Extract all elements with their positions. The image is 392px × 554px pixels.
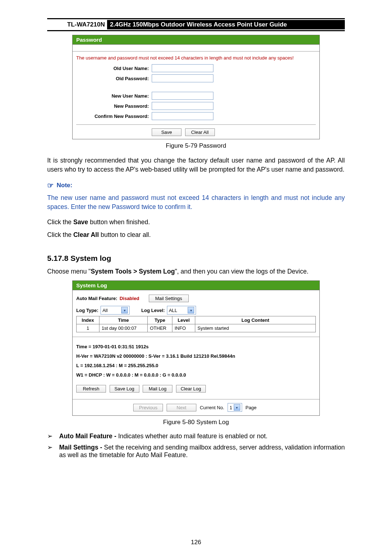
bullet2-bold: Mail Settings - [59,444,104,451]
chevron-down-icon: ▾ [188,307,194,313]
cell-content: System started [195,324,316,332]
click-clear-bold: Clear All [73,231,99,238]
confirm-password-input[interactable] [152,112,213,120]
log-level-value: ALL [169,308,177,313]
old-username-input[interactable] [152,64,213,72]
chevron-down-icon: ▾ [234,404,240,411]
log-level-select[interactable]: ALL ▾ [167,306,196,315]
meta-hver: H-Ver = WA7210N v2 00000000 : S-Ver = 3.… [76,352,316,361]
click-clear-post: button to clear all. [99,231,151,238]
mail-log-button[interactable]: Mail Log [143,385,172,393]
note-label: Note: [57,182,72,189]
col-content: Log Content [195,316,316,324]
col-time: Time [99,316,148,324]
note-body: The new user name and password must not … [47,193,345,212]
current-page-select[interactable]: 1 ▾ [228,403,242,412]
save-log-button[interactable]: Save Log [110,385,139,393]
password-panel-title: Password [73,35,319,45]
log-type-select[interactable]: All ▾ [101,306,130,315]
password-panel: Password The username and password must … [72,35,320,139]
col-type: Type [148,316,172,324]
click-save-bold: Save [73,218,88,226]
click-clear-pre: Click the [47,231,73,238]
table-row: 1 1st day 00:00:07 OTHER INFO System sta… [77,324,316,332]
chevron-down-icon: ▾ [121,307,128,313]
figure-5-79-caption: Figure 5-79 Password [47,142,345,149]
device-model: TL-WA7210N [47,21,107,28]
page-number: 126 [0,539,392,546]
meta-time: Time = 1970-01-01 0:31:51 1912s [76,342,316,352]
section-intro-bold: System Tools > System Log [91,268,175,275]
password-recommendation-text: It is strongly recommended that you chan… [47,156,345,175]
clear-all-button[interactable]: Clear All [185,128,215,136]
section-intro-post: ", and then you can view the logs of the… [175,268,309,275]
click-save-post: button when finished. [88,218,150,226]
doc-title: 2.4GHz 150Mbps Outdoor Wireless Access P… [107,20,345,29]
bullet1-rest: Indicates whether auto mail feature is e… [118,432,268,440]
log-type-value: All [102,308,107,313]
click-save-pre: Click the [47,218,73,226]
refresh-button[interactable]: Refresh [76,385,106,393]
new-password-label: New Password: [76,103,152,109]
previous-button[interactable]: Previous [133,404,163,411]
system-log-title: System Log [73,281,319,290]
auto-mail-label: Auto Mail Feature: [76,296,117,301]
mail-settings-button[interactable]: Mail Settings [149,295,189,302]
auto-mail-value: Disabled [119,296,146,301]
old-password-label: Old Password: [76,76,152,81]
meta-w1: W1 = DHCP : W = 0.0.0.0 : M = 0.0.0.0 : … [76,370,316,380]
current-page-value: 1 [229,405,232,410]
figure-5-80-caption: Figure 5-80 System Log [47,419,345,426]
log-type-label: Log Type: [76,308,98,313]
old-username-label: Old User Name: [76,66,152,71]
col-index: Index [77,316,99,324]
pointer-icon: ☞ [47,181,54,190]
password-warning: The username and password must not excee… [76,55,316,61]
meta-l: L = 192.168.1.254 : M = 255.255.255.0 [76,361,316,370]
system-log-panel: System Log Auto Mail Feature: Disabled M… [72,280,320,416]
col-level: Level [172,316,195,324]
section-intro-pre: Choose menu " [47,268,91,275]
cell-index: 1 [77,324,99,332]
cell-type: OTHER [148,324,172,332]
log-level-label: Log Level: [141,308,165,313]
bullet-auto-mail: Auto Mail Feature - Indicates whether au… [47,432,345,440]
current-no-label: Current No. [200,405,224,410]
clear-log-button[interactable]: Clear Log [176,385,206,393]
save-button[interactable]: Save [152,128,181,136]
page-label: Page [245,405,256,410]
bullet1-bold: Auto Mail Feature - [59,432,118,440]
log-meta: Time = 1970-01-01 0:31:51 1912s H-Ver = … [73,337,319,380]
log-table: Index Time Type Level Log Content 1 1st … [76,316,316,332]
next-button[interactable]: Next [167,404,196,411]
new-username-input[interactable] [152,92,213,100]
confirm-password-label: Confirm New Password: [76,114,152,119]
cell-level: INFO [172,324,195,332]
bullet-mail-settings: Mail Settings - Set the receiving and se… [47,444,345,459]
cell-time: 1st day 00:00:07 [99,324,148,332]
new-username-label: New User Name: [76,93,152,99]
new-password-input[interactable] [152,102,213,110]
old-password-input[interactable] [152,74,213,82]
section-heading: 5.17.8 System log [47,254,345,263]
